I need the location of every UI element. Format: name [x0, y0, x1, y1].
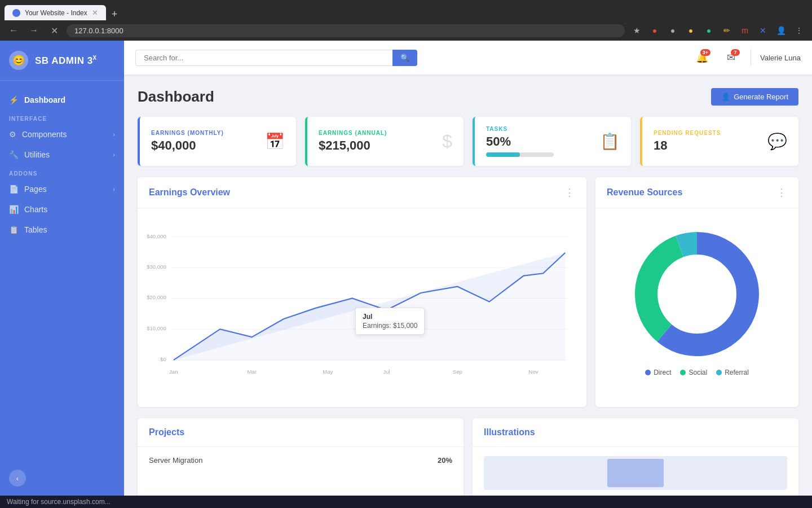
- projects-card: Projects Server Migration 20%: [138, 418, 464, 496]
- nav-item-tables[interactable]: 📋 Tables: [0, 220, 124, 240]
- tab-title: Your Website - Index: [25, 9, 87, 17]
- extension-icon-2[interactable]: ●: [665, 23, 680, 38]
- extension-icon-5[interactable]: ✏: [720, 23, 734, 38]
- bookmark-icon[interactable]: ★: [629, 23, 644, 38]
- project-percent: 20%: [438, 456, 452, 465]
- extension-icon-4[interactable]: ●: [701, 23, 716, 38]
- topbar-right: 🔔 3+ ✉ 7 Valerie Luna: [692, 47, 801, 68]
- projects-card-title: Projects: [149, 427, 184, 437]
- earnings-chart-body: $40,000 $30,000 $20,000 $10,000 $0: [138, 208, 586, 407]
- chevron-right-icon: ›: [113, 131, 115, 138]
- search-button[interactable]: 🔍: [392, 50, 417, 66]
- legend-social: Social: [680, 369, 707, 376]
- comment-icon: 💬: [767, 132, 787, 151]
- profile-icon[interactable]: 👤: [774, 23, 788, 38]
- nav-item-components[interactable]: ⚙ Components ›: [0, 124, 124, 144]
- chevron-right-icon-2: ›: [113, 151, 115, 158]
- forward-button[interactable]: →: [26, 23, 42, 38]
- revenue-chart-body: Direct Social Referral: [595, 208, 798, 395]
- legend-label-referral: Referral: [725, 369, 749, 376]
- stat-card-content: EARNINGS (MONTHLY) $40,000: [151, 130, 224, 153]
- brand-name: SB ADMIN 3X: [35, 55, 97, 67]
- browser-toolbar: ← → ✕ ★ ● ● ● ● ✏ m ✕ 👤 ⋮: [0, 20, 812, 41]
- nav-item-dashboard[interactable]: ⚡ Dashboard: [0, 90, 124, 110]
- active-tab[interactable]: Your Website - Index ✕: [5, 5, 106, 20]
- earnings-chart-header: Earnings Overview ⋮: [138, 177, 586, 208]
- svg-text:May: May: [323, 369, 333, 375]
- nav-label-utilities: Utilities: [24, 150, 50, 159]
- search-input[interactable]: [135, 50, 392, 66]
- generate-label: Generate Report: [734, 93, 788, 101]
- svg-text:Jul: Jul: [383, 369, 390, 375]
- tab-favicon: [12, 9, 20, 17]
- sidebar: 😊 SB ADMIN 3X ⚡ Dashboard INTERFACE ⚙ Co…: [0, 41, 124, 496]
- stat-label-tasks: TASKS: [486, 126, 554, 132]
- illustrations-card-body: [473, 447, 798, 496]
- svg-text:$40,000: $40,000: [147, 233, 166, 239]
- svg-text:Jan: Jan: [169, 369, 178, 375]
- extension-icon-7[interactable]: ✕: [756, 23, 770, 38]
- status-bar: Waiting for source.unsplash.com...: [0, 496, 812, 508]
- legend-referral: Referral: [716, 369, 749, 376]
- tasks-progress-fill: [486, 152, 520, 157]
- svg-text:Mar: Mar: [247, 369, 257, 375]
- earnings-overview-card: Earnings Overview ⋮ $40,000 $30,000 $20,…: [138, 177, 586, 407]
- stat-label-monthly: EARNINGS (MONTHLY): [151, 130, 224, 136]
- messages-button[interactable]: ✉ 7: [721, 47, 742, 68]
- browser-icons: ★ ● ● ● ● ✏ m ✕ 👤 ⋮: [629, 23, 806, 38]
- interface-section-label: INTERFACE: [0, 110, 124, 124]
- charts-icon: 📊: [9, 205, 19, 214]
- legend-dot-referral: [716, 370, 722, 375]
- illustration-placeholder: [484, 456, 787, 490]
- svg-text:$10,000: $10,000: [147, 325, 166, 331]
- stat-card-content-tasks: TASKS 50%: [486, 126, 554, 157]
- svg-text:$20,000: $20,000: [147, 294, 166, 300]
- tasks-icon: 📋: [600, 132, 620, 151]
- project-item: Server Migration 20%: [149, 456, 452, 465]
- line-chart-svg: $40,000 $30,000 $20,000 $10,000 $0: [147, 217, 577, 398]
- stat-value-tasks: 50%: [486, 134, 554, 149]
- components-icon: ⚙: [9, 130, 16, 139]
- topbar: 🔍 🔔 3+ ✉ 7 Valerie Luna: [124, 41, 812, 75]
- nav-item-utilities[interactable]: 🔧 Utilities ›: [0, 144, 124, 165]
- user-name: Valerie Luna: [760, 54, 801, 62]
- extension-icon-1[interactable]: ●: [647, 23, 662, 38]
- new-tab-button[interactable]: +: [106, 8, 123, 20]
- stat-card-pending: PENDING REQUESTS 18 💬: [640, 117, 798, 166]
- stat-label-annual: EARNINGS (ANNUAL): [319, 130, 387, 136]
- revenue-sources-card: Revenue Sources ⋮: [595, 177, 798, 407]
- status-text: Waiting for source.unsplash.com...: [7, 498, 111, 506]
- stat-label-pending: PENDING REQUESTS: [654, 130, 721, 136]
- address-bar[interactable]: [67, 24, 625, 37]
- line-chart-container: $40,000 $30,000 $20,000 $10,000 $0: [147, 217, 577, 398]
- menu-icon[interactable]: ⋮: [792, 23, 806, 38]
- legend-dot-direct: [645, 370, 651, 375]
- nav-item-pages[interactable]: 📄 Pages ›: [0, 179, 124, 199]
- topbar-divider: [751, 49, 751, 66]
- extension-icon-6[interactable]: m: [738, 23, 752, 38]
- svg-text:$0: $0: [160, 356, 166, 362]
- back-button[interactable]: ←: [6, 23, 21, 38]
- stat-card-tasks: TASKS 50% 📋: [473, 117, 631, 166]
- revenue-chart-menu[interactable]: ⋮: [776, 186, 787, 199]
- nav-label-charts: Charts: [24, 205, 47, 214]
- legend-direct: Direct: [645, 369, 671, 376]
- stat-card-content-pending: PENDING REQUESTS 18: [654, 130, 721, 153]
- reload-button[interactable]: ✕: [46, 23, 62, 38]
- dollar-icon: $: [442, 131, 452, 152]
- notifications-button[interactable]: 🔔 3+: [692, 47, 712, 68]
- nav-item-charts[interactable]: 📊 Charts: [0, 199, 124, 220]
- chevron-right-icon-3: ›: [113, 186, 115, 192]
- page-title: Dashboard: [138, 88, 214, 106]
- utilities-icon: 🔧: [9, 150, 19, 159]
- main-content: 🔍 🔔 3+ ✉ 7 Valerie Luna Dashboard: [124, 41, 812, 496]
- earnings-chart-menu[interactable]: ⋮: [564, 186, 575, 199]
- revenue-chart-title: Revenue Sources: [607, 187, 682, 198]
- collapse-sidebar-button[interactable]: ‹: [9, 470, 26, 487]
- generate-icon: 👤: [721, 93, 730, 101]
- legend-dot-social: [680, 370, 686, 375]
- generate-report-button[interactable]: 👤 Generate Report: [711, 88, 798, 106]
- data-point-jul: [384, 308, 389, 313]
- tab-close-button[interactable]: ✕: [92, 8, 98, 17]
- extension-icon-3[interactable]: ●: [683, 23, 698, 38]
